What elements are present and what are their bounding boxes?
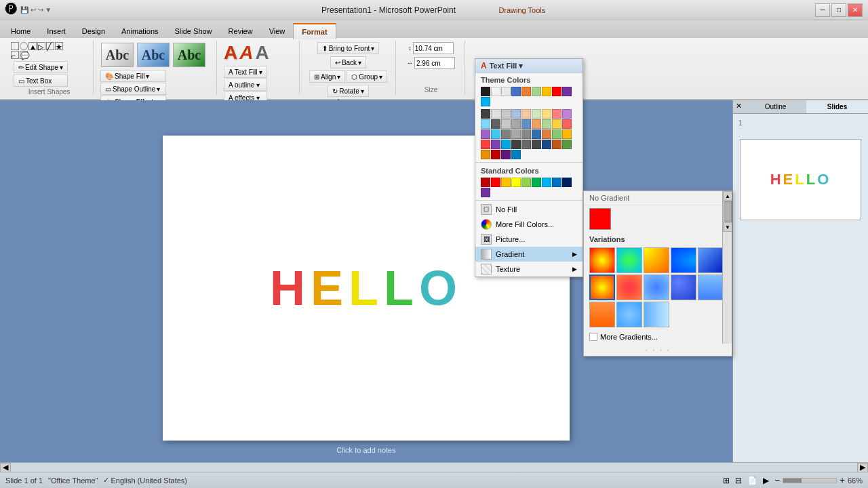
shade-4-6[interactable] — [552, 129, 561, 139]
shade-3-8[interactable] — [562, 119, 572, 129]
texture-item[interactable]: Texture ▶ — [475, 262, 583, 277]
scroll-down-arrow[interactable]: ▼ — [723, 222, 732, 232]
tab-outline[interactable]: Outline — [745, 100, 806, 113]
gradient-12[interactable] — [616, 302, 642, 327]
height-input[interactable] — [413, 42, 454, 54]
red-swatch[interactable] — [589, 208, 611, 230]
shade-2-1[interactable] — [511, 109, 521, 119]
shade-3-3[interactable] — [511, 119, 521, 129]
shade-5-4[interactable] — [542, 140, 551, 149]
shade-3-7[interactable] — [552, 119, 561, 129]
shape-triangle[interactable]: ▲ — [28, 42, 37, 50]
shade-2-6[interactable] — [562, 109, 572, 119]
zoom-in-btn[interactable]: + — [840, 475, 845, 485]
std-color-10[interactable] — [481, 188, 490, 197]
shade-3-9[interactable] — [481, 129, 490, 139]
shape-circle[interactable] — [20, 42, 28, 50]
shade-1-3[interactable] — [501, 109, 511, 119]
shape-style-2[interactable]: Abc — [137, 43, 170, 67]
shade-4-2[interactable] — [511, 129, 521, 139]
shade-2-4[interactable] — [542, 109, 551, 119]
theme-color-10[interactable] — [481, 97, 490, 106]
group-button[interactable]: ⬡ Group ▾ — [347, 70, 387, 83]
tab-slides[interactable]: Slides — [806, 100, 868, 113]
scroll-thumb[interactable] — [724, 201, 732, 222]
tab-format[interactable]: Format — [293, 23, 336, 39]
theme-color-3[interactable] — [501, 87, 511, 96]
shade-5-6[interactable] — [562, 140, 572, 149]
shade-5-9[interactable] — [501, 150, 511, 159]
text-fill-button[interactable]: A Text Fill ▾ — [224, 66, 267, 78]
zoom-out-btn[interactable]: − — [774, 475, 780, 485]
picture-item[interactable]: 🖼 Picture... — [475, 232, 583, 247]
shade-2-2[interactable] — [521, 109, 531, 119]
theme-color-1[interactable] — [481, 87, 490, 96]
shade-5-3[interactable] — [532, 140, 541, 149]
hscroll-left[interactable]: ◀ — [0, 463, 11, 472]
shade-4-3[interactable] — [521, 129, 531, 139]
shade-2-3[interactable] — [532, 109, 541, 119]
shape-star[interactable]: ★ — [55, 42, 63, 50]
shade-2-5[interactable] — [552, 109, 561, 119]
shade-3-5[interactable] — [532, 119, 541, 129]
gradient-11[interactable] — [589, 302, 615, 327]
slide-sorter-btn[interactable]: ⊟ — [735, 476, 742, 485]
std-color-9[interactable] — [562, 178, 572, 187]
titlebar-controls[interactable]: ─ □ ✕ — [815, 3, 863, 17]
shape-connector[interactable]: ⌐ — [11, 51, 19, 59]
shape-style-1[interactable]: Abc — [101, 43, 134, 67]
shade-3-2[interactable] — [501, 119, 511, 129]
shade-1-2[interactable] — [491, 109, 500, 119]
shade-5-10[interactable] — [511, 150, 521, 159]
slide-thumbnail[interactable]: H E L L O — [740, 139, 861, 220]
reading-view-btn[interactable]: 📄 — [747, 476, 757, 485]
std-color-5[interactable] — [521, 178, 531, 187]
gradient-item[interactable]: Gradient ▶ — [475, 247, 583, 262]
no-fill-item[interactable]: ☐ No Fill — [475, 202, 583, 217]
minimize-button[interactable]: ─ — [815, 3, 830, 17]
shade-4-5[interactable] — [542, 129, 551, 139]
tab-home[interactable]: Home — [3, 23, 39, 38]
std-color-4[interactable] — [511, 178, 521, 187]
more-fill-colors-item[interactable]: More Fill Colors... — [475, 217, 583, 232]
back-button[interactable]: ↩ Back ▾ — [330, 56, 366, 68]
maximize-button[interactable]: □ — [831, 3, 846, 17]
std-color-3[interactable] — [501, 178, 511, 187]
tab-review[interactable]: Review — [220, 23, 261, 38]
shape-fill-button[interactable]: 🎨 Shape Fill ▾ — [100, 70, 166, 82]
tab-insert[interactable]: Insert — [39, 23, 74, 38]
rotate-button[interactable]: ↻ Rotate ▾ — [328, 85, 368, 97]
gradient-3[interactable] — [644, 247, 669, 273]
zoom-slider[interactable] — [783, 478, 837, 483]
std-color-6[interactable] — [532, 178, 541, 187]
std-color-7[interactable] — [542, 178, 551, 187]
gradient-6[interactable] — [589, 274, 615, 300]
gradient-13[interactable] — [644, 302, 669, 327]
text-box-button[interactable]: ▭ Text Box — [14, 75, 68, 87]
shade-4-1[interactable] — [501, 129, 511, 139]
slideshow-btn[interactable]: ▶ — [763, 476, 769, 485]
gradient-1[interactable] — [589, 247, 615, 273]
theme-color-4[interactable] — [511, 87, 521, 96]
shade-5-5[interactable] — [552, 140, 561, 149]
tab-animations[interactable]: Animations — [113, 23, 166, 38]
shade-4-4[interactable] — [532, 129, 541, 139]
align-button[interactable]: ⊞ Align ▾ — [309, 70, 345, 83]
wordart-a1[interactable]: A — [224, 42, 237, 64]
shade-3-4[interactable] — [521, 119, 531, 129]
shade-2-7[interactable] — [481, 119, 490, 129]
theme-color-2[interactable] — [491, 87, 500, 96]
shade-4-10[interactable] — [501, 140, 511, 149]
theme-color-5[interactable] — [521, 87, 531, 96]
theme-color-7[interactable] — [542, 87, 551, 96]
std-color-2[interactable] — [491, 178, 500, 187]
shade-4-7[interactable] — [562, 129, 572, 139]
std-color-1[interactable] — [481, 178, 490, 187]
shade-4-8[interactable] — [481, 140, 490, 149]
shade-1-1[interactable] — [481, 109, 490, 119]
shade-5-8[interactable] — [491, 150, 500, 159]
tab-slideshow[interactable]: Slide Show — [167, 23, 220, 38]
shade-3-1[interactable] — [491, 119, 500, 129]
gradient-9[interactable] — [671, 274, 696, 300]
std-color-8[interactable] — [552, 178, 561, 187]
